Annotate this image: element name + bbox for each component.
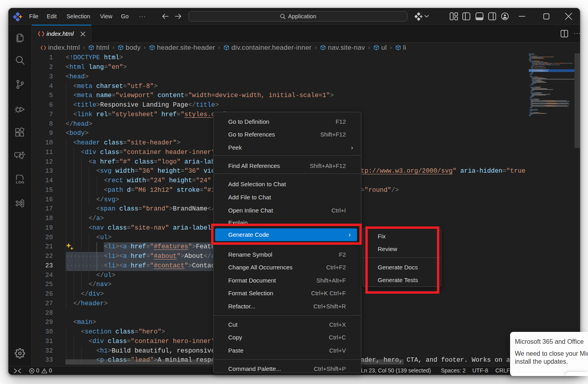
svg-text:LOG: LOG: [16, 180, 24, 184]
